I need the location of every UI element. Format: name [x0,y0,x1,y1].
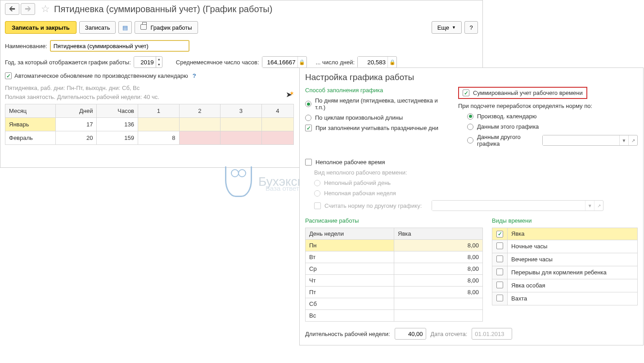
week-len-input[interactable] [395,328,426,340]
combo-open-icon[interactable]: ↗ [628,135,637,145]
cell-checkbox[interactable] [492,266,508,279]
cell-checkbox[interactable] [492,253,508,266]
cell-day[interactable]: 8 [138,131,180,145]
radio-by-cycles[interactable] [305,115,311,121]
cell-value[interactable]: 8,00 [394,287,483,298]
week-len-label: Длительность рабочей недели: [305,331,390,337]
type-checkbox[interactable] [496,295,503,301]
type-checkbox[interactable] [496,231,503,238]
table-row[interactable]: Февраль201598 [5,131,294,145]
auto-update-checkbox[interactable] [5,72,12,79]
cell-day: Вс [306,310,394,322]
cell-day: Чт [306,275,394,287]
cell-checkbox[interactable] [492,240,508,253]
cell-label: Явка особая [508,279,638,292]
table-row[interactable]: Пн8,00 [306,240,483,251]
more-label: Еще [437,24,449,31]
year-spinner[interactable]: ▲ ▼ [134,56,162,68]
table-row[interactable]: Ночные часы [492,240,638,253]
more-button[interactable]: Еще ▼ [432,21,462,34]
th-1: 1 [138,104,180,118]
radio-partial-day [314,180,320,186]
cell-day[interactable] [179,118,221,131]
table-row[interactable]: Явка особая [492,279,638,292]
type-checkbox[interactable] [496,269,503,275]
cell-hours: 159 [97,131,138,145]
list-icon-button[interactable]: ▤ [118,21,132,34]
table-row[interactable]: Вечерние часы [492,253,638,266]
other-schedule-combo[interactable]: ▼ ↗ [542,135,638,146]
cell-value[interactable] [394,310,483,322]
sum-account-highlight: Суммированный учет рабочего времени [458,87,587,99]
cell-day[interactable] [221,131,262,145]
avg-hours-field[interactable]: 🔒 [262,56,307,68]
table-row[interactable]: Чт8,00 [306,275,483,287]
partial-kind-label: Вид неполного рабочего времени: [314,169,407,176]
cell-day[interactable] [138,118,180,131]
table-row[interactable]: Пт8,00 [306,287,483,298]
name-input[interactable] [50,40,189,52]
avg-days-field[interactable]: 🔒 [357,56,397,68]
cell-day[interactable] [179,131,221,145]
type-checkbox[interactable] [496,255,503,262]
table-row[interactable]: Вахта [492,292,638,305]
cell-value[interactable]: 8,00 [394,263,483,275]
cell-day[interactable] [261,118,293,131]
radio-this-schedule[interactable] [467,124,473,130]
cell-checkbox[interactable] [492,228,508,240]
th-3: 3 [221,104,262,118]
cell-value[interactable]: 8,00 [394,251,483,263]
cell-checkbox[interactable] [492,292,508,305]
table-row[interactable]: Январь17136 [5,118,294,131]
save-button[interactable]: Записать [79,21,116,34]
cell-day: Вт [306,251,394,263]
avg-days-input[interactable] [358,57,387,67]
name-label: Наименование: [5,43,47,49]
radio-prod-calendar[interactable] [467,113,473,120]
cell-value[interactable]: 8,00 [394,240,483,251]
cell-days: 17 [55,118,97,131]
combo-dropdown-icon[interactable]: ▼ [619,135,628,145]
holidays-checkbox[interactable] [305,125,312,131]
table-row[interactable]: Сб [306,298,483,310]
cell-day[interactable] [221,118,262,131]
type-checkbox[interactable] [496,282,503,288]
table-row[interactable]: Ср8,00 [306,263,483,275]
combo-dropdown-icon: ▼ [585,201,594,211]
types-title: Виды времени [492,217,638,224]
year-input[interactable] [134,57,156,67]
th-4: 4 [261,104,293,118]
partial-time-label: Неполное рабочее время [315,159,385,166]
table-row[interactable]: Вс [306,310,483,322]
schedule-table[interactable]: День недели Явка Пн8,00Вт8,00Ср8,00Чт8,0… [305,228,483,322]
help-button[interactable]: ? [464,21,478,34]
other-schedule-input[interactable] [543,135,619,145]
spinner-down[interactable]: ▼ [156,62,162,67]
sum-account-checkbox[interactable] [463,90,469,96]
nav-forward-button[interactable]: 🡲 [21,3,35,15]
cell-day[interactable] [261,131,293,145]
owl-icon [225,166,252,197]
cell-checkbox[interactable] [492,279,508,292]
work-schedule-button[interactable]: График работы [135,21,198,34]
spinner-up[interactable]: ▲ [156,57,162,62]
table-row[interactable]: Вт8,00 [306,251,483,263]
radio-by-weekdays[interactable] [305,101,311,107]
favorite-star-icon[interactable]: ☆ [41,3,50,15]
help-link[interactable]: ? [193,72,196,79]
types-table[interactable]: ЯвкаНочные часыВечерние часыПерерывы для… [492,228,638,305]
type-checkbox[interactable] [496,242,503,249]
partial-time-checkbox[interactable] [305,159,312,166]
avg-hours-input[interactable] [262,57,297,67]
overtime-label: При подсчете переработок определять норм… [458,103,638,109]
lock-icon[interactable]: 🔒 [297,57,306,67]
cell-value[interactable] [394,298,483,310]
save-and-close-button[interactable]: Записать и закрыть [5,21,77,34]
cell-value[interactable]: 8,00 [394,275,483,287]
table-row[interactable]: Перерывы для кормления ребенка [492,266,638,279]
lock-icon[interactable]: 🔒 [387,57,396,67]
radio-other-schedule[interactable] [467,137,473,143]
nav-back-button[interactable]: 🡰 [5,3,19,15]
list-icon: ▤ [122,24,128,31]
table-row[interactable]: Явка [492,228,638,240]
